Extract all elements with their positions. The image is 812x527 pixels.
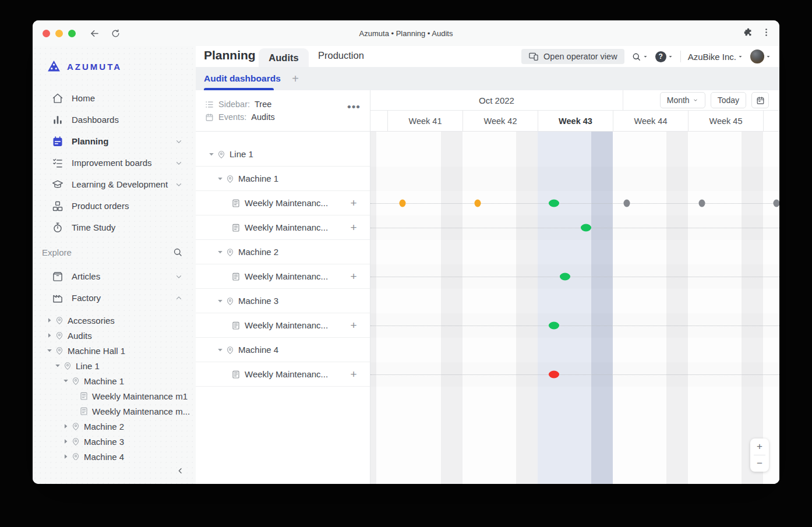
audit-event-dot-green[interactable] bbox=[560, 273, 570, 281]
tree-item-machine-1[interactable]: Machine 1 bbox=[33, 373, 196, 388]
gantt-row-machine-4[interactable]: Machine 4 bbox=[196, 338, 370, 362]
audit-event-dot-red[interactable] bbox=[549, 371, 559, 379]
audit-event-dot-gray[interactable] bbox=[774, 200, 780, 207]
gantt-row-machine-3[interactable]: Machine 3 bbox=[196, 289, 370, 313]
caret-right-icon[interactable] bbox=[62, 437, 70, 445]
caret-down-icon[interactable] bbox=[216, 175, 224, 183]
open-operator-view-button[interactable]: Open operator view bbox=[521, 49, 624, 64]
browser-titlebar: Azumuta • Planning • Audits bbox=[33, 20, 779, 46]
azumuta-logo-icon bbox=[47, 59, 61, 73]
tab-audit-dashboards[interactable]: Audit dashboards bbox=[204, 67, 281, 90]
tree-item-label: Weekly Maintenance m1 bbox=[92, 391, 188, 401]
caret-down-icon[interactable] bbox=[62, 377, 70, 385]
avatar bbox=[750, 49, 764, 63]
dashboards-icon bbox=[52, 114, 63, 126]
tree-item-machine-3[interactable]: Machine 3 bbox=[33, 434, 196, 449]
tab-audits[interactable]: Audits bbox=[259, 48, 309, 67]
caret-right-icon[interactable] bbox=[62, 452, 70, 460]
minimize-window-button[interactable] bbox=[55, 30, 63, 37]
gantt-event-row-weekly-maintenanc-[interactable]: Weekly Maintenanc...+ bbox=[196, 264, 370, 289]
browser-tab-title: Azumuta • Planning • Audits bbox=[359, 29, 453, 38]
gantt-row-label: Machine 3 bbox=[238, 296, 278, 306]
panel-ellipsis-menu[interactable]: ••• bbox=[347, 101, 361, 114]
sidebar-item-dashboards[interactable]: Dashboards bbox=[33, 109, 196, 130]
pin-icon bbox=[225, 247, 235, 257]
sidebar-item-factory[interactable]: Factory bbox=[33, 287, 196, 309]
desktop-background: Azumuta • Planning • Audits bbox=[0, 0, 812, 527]
gantt-event-row-weekly-maintenanc-[interactable]: Weekly Maintenanc...+ bbox=[196, 215, 370, 240]
caret-right-icon[interactable] bbox=[45, 331, 54, 339]
add-event-button[interactable]: + bbox=[348, 197, 359, 209]
chevron-down-icon bbox=[668, 54, 673, 59]
organization-dropdown[interactable]: AzuBike Inc. bbox=[688, 52, 743, 62]
sidebar-item-learning-development[interactable]: Learning & Development bbox=[33, 174, 196, 195]
sidebar-item-planning[interactable]: Planning bbox=[33, 130, 196, 152]
add-event-button[interactable]: + bbox=[348, 222, 359, 234]
sidebar-item-improvement-boards[interactable]: Improvement boards bbox=[33, 152, 196, 174]
refresh-icon[interactable] bbox=[108, 26, 123, 41]
add-event-button[interactable]: + bbox=[348, 320, 359, 331]
sidebar-item-label: Home bbox=[72, 93, 183, 103]
caret-down-icon[interactable] bbox=[216, 346, 224, 354]
extensions-puzzle-icon[interactable] bbox=[743, 27, 753, 40]
back-icon[interactable] bbox=[87, 26, 102, 41]
gantt-event-row-weekly-maintenanc-[interactable]: Weekly Maintenanc...+ bbox=[196, 313, 370, 338]
tree-item-machine-4[interactable]: Machine 4 bbox=[33, 449, 196, 460]
events-mode-label: Events: bbox=[218, 112, 246, 122]
gantt-row-machine-2[interactable]: Machine 2 bbox=[196, 240, 370, 264]
caret-down-icon[interactable] bbox=[45, 346, 54, 355]
add-dashboard-button[interactable]: + bbox=[289, 72, 302, 85]
tree-item-machine-2[interactable]: Machine 2 bbox=[33, 419, 196, 434]
add-event-button[interactable]: + bbox=[348, 369, 359, 380]
explore-search-row[interactable]: Explore bbox=[33, 242, 196, 263]
gantt-event-row-weekly-maintenanc-[interactable]: Weekly Maintenanc...+ bbox=[196, 191, 370, 215]
close-window-button[interactable] bbox=[43, 30, 50, 37]
sidebar-collapse-chevron-icon[interactable] bbox=[174, 464, 186, 477]
date-picker-button[interactable] bbox=[751, 92, 769, 108]
audit-event-dot-orange[interactable] bbox=[400, 200, 406, 207]
audit-event-dot-gray[interactable] bbox=[699, 200, 705, 207]
tree-item-machine-hall-1[interactable]: Machine Hall 1 bbox=[33, 343, 196, 358]
gantt-row-machine-1[interactable]: Machine 1 bbox=[196, 167, 370, 191]
browser-menu-kebab-icon[interactable] bbox=[761, 27, 771, 40]
tree-item-accessories[interactable]: Accessories bbox=[33, 313, 196, 328]
audit-event-dot-green[interactable] bbox=[549, 322, 559, 330]
tree-item-audits[interactable]: Audits bbox=[33, 328, 196, 343]
gantt-event-row-weekly-maintenanc-[interactable]: Weekly Maintenanc...+ bbox=[196, 362, 370, 387]
global-search-dropdown[interactable] bbox=[631, 52, 648, 62]
gantt-row-line-1[interactable]: Line 1 bbox=[196, 142, 370, 167]
caret-down-icon[interactable] bbox=[216, 297, 224, 305]
sidebar-item-home[interactable]: Home bbox=[33, 87, 196, 109]
audit-event-dot-orange[interactable] bbox=[475, 200, 481, 207]
tab-planning[interactable]: Planning bbox=[204, 48, 256, 62]
sidebar-item-product-orders[interactable]: Product orders bbox=[33, 195, 196, 217]
caret-down-icon[interactable] bbox=[207, 150, 216, 158]
help-dropdown[interactable]: ? bbox=[655, 51, 673, 62]
gantt-view: Sidebar: Tree Events: Audits ••• bbox=[196, 90, 779, 484]
add-event-button[interactable]: + bbox=[348, 271, 359, 282]
caret-down-icon[interactable] bbox=[54, 362, 62, 370]
tab-production[interactable]: Production bbox=[318, 50, 364, 61]
user-menu[interactable] bbox=[750, 49, 771, 63]
audit-event-dot-green[interactable] bbox=[581, 224, 591, 232]
caret-down-icon[interactable] bbox=[216, 248, 224, 256]
sidebar-item-articles[interactable]: Articles bbox=[33, 266, 196, 287]
zoom-in-button[interactable]: + bbox=[750, 438, 769, 455]
week-header-week-42: Week 42 bbox=[463, 111, 538, 132]
zoom-level-select[interactable]: Month bbox=[660, 92, 705, 108]
search-icon[interactable] bbox=[172, 247, 183, 257]
audit-event-dot-green[interactable] bbox=[549, 200, 559, 207]
chevron-down-icon bbox=[175, 137, 183, 146]
today-button[interactable]: Today bbox=[711, 92, 746, 108]
audit-event-dot-gray[interactable] bbox=[624, 200, 630, 207]
tree-item-weekly-maintenance-m-[interactable]: Weekly Maintenance m... bbox=[33, 404, 196, 419]
caret-right-icon[interactable] bbox=[62, 422, 70, 430]
zoom-level-value: Month bbox=[667, 96, 690, 105]
azumuta-logo[interactable]: AZUMUTA bbox=[33, 46, 196, 79]
tree-item-weekly-maintenance-m1[interactable]: Weekly Maintenance m1 bbox=[33, 388, 196, 404]
zoom-out-button[interactable]: − bbox=[750, 455, 769, 472]
caret-right-icon[interactable] bbox=[45, 316, 54, 324]
fullscreen-window-button[interactable] bbox=[68, 30, 76, 37]
tree-item-line-1[interactable]: Line 1 bbox=[33, 358, 196, 373]
sidebar-item-time-study[interactable]: Time Study bbox=[33, 217, 196, 238]
